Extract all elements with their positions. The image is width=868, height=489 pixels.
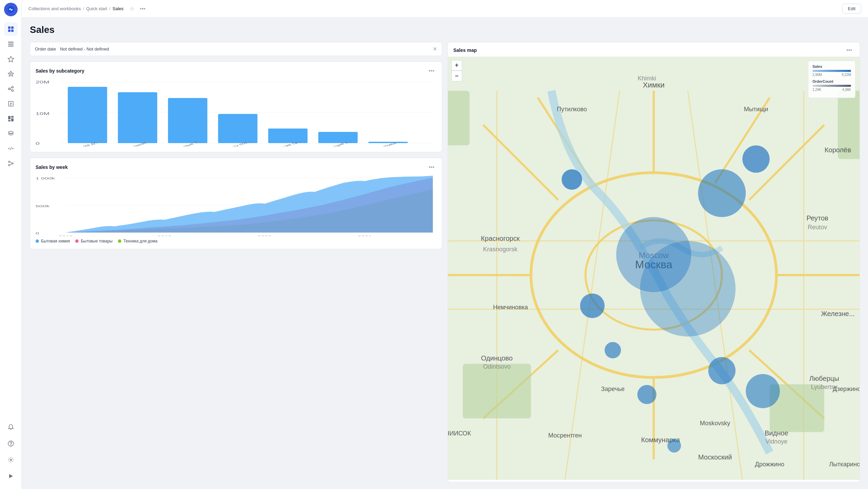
sidebar-item-workflows[interactable]: [4, 157, 18, 170]
left-column: Order date ✕ Sales by subcategory ••• 20…: [30, 42, 442, 482]
page-title: Sales: [30, 24, 860, 35]
sidebar-item-scripts[interactable]: [4, 142, 18, 155]
breadcrumb: Collections and workbooks / Quick start …: [28, 4, 147, 13]
breadcrumb-quickstart[interactable]: Quick start: [86, 6, 107, 11]
breadcrumb-collections[interactable]: Collections and workbooks: [28, 6, 81, 11]
legend-label-household: Бытовые товары: [81, 239, 112, 243]
sidebar-item-reports[interactable]: [4, 97, 18, 111]
edit-button[interactable]: Edit: [842, 4, 861, 14]
map-title: Sales map: [453, 47, 477, 53]
svg-rect-6: [8, 44, 14, 45]
svg-rect-2: [11, 26, 14, 29]
legend-order-max: 4,08K: [842, 88, 851, 92]
svg-point-124: [637, 385, 656, 404]
svg-text:Krasnogorsk: Krasnogorsk: [483, 246, 518, 253]
map-background: Химки Khimki Красногорск Krasnogorsk Мос…: [448, 57, 860, 480]
sidebar: [0, 0, 22, 489]
sidebar-item-settings[interactable]: [4, 453, 18, 467]
svg-point-122: [580, 293, 604, 318]
sidebar-item-connections[interactable]: [4, 82, 18, 96]
svg-rect-22: [8, 120, 11, 121]
zoom-in-button[interactable]: +: [452, 60, 462, 71]
sidebar-item-alerts[interactable]: [4, 67, 18, 81]
svg-point-9: [10, 73, 12, 75]
svg-line-13: [10, 87, 12, 89]
sidebar-item-list[interactable]: [4, 37, 18, 51]
legend-sales-bar: [812, 70, 851, 72]
week-chart-menu[interactable]: •••: [427, 163, 436, 171]
line-chart-container: 1 000k 500k 0: [36, 175, 436, 236]
svg-point-31: [11, 445, 11, 445]
legend-sales-min: 2,96M: [812, 73, 822, 77]
breadcrumb-actions: ☆ •••: [128, 4, 147, 13]
bar-chart-svg: 20M 10M 0 Техника дл...: [36, 79, 436, 146]
svg-rect-15: [8, 101, 13, 106]
sidebar-item-help[interactable]: [4, 437, 18, 450]
line-chart-svg: 1 000k 500k 0: [36, 175, 436, 236]
subcategory-chart-header: Sales by subcategory •••: [36, 67, 436, 75]
map-menu-button[interactable]: •••: [844, 46, 854, 54]
svg-rect-42: [118, 92, 157, 143]
svg-line-28: [10, 162, 12, 163]
svg-point-26: [12, 163, 13, 164]
filter-clear-button[interactable]: ✕: [433, 46, 437, 52]
svg-rect-46: [218, 114, 257, 143]
svg-text:0: 0: [36, 142, 40, 145]
sidebar-item-favorites[interactable]: [4, 52, 18, 66]
svg-rect-40: [68, 87, 107, 143]
zoom-out-button[interactable]: −: [452, 71, 462, 81]
legend-label-tech: Техника для дома: [123, 239, 157, 243]
svg-marker-33: [9, 474, 13, 478]
svg-text:Реутов: Реутов: [806, 214, 828, 222]
legend-item-household: Бытовые товары: [75, 239, 112, 243]
legend-sales-label: Sales: [812, 64, 851, 69]
svg-text:Odintsovo: Odintsovo: [483, 363, 511, 370]
header: Collections and workbooks / Quick start …: [22, 0, 868, 18]
filter-row: Order date ✕: [30, 42, 442, 56]
subcategory-chart-title: Sales by subcategory: [36, 68, 84, 74]
date-filter-input[interactable]: [60, 46, 429, 52]
map-header: Sales map •••: [448, 42, 860, 57]
sidebar-item-datasets[interactable]: [4, 127, 18, 140]
svg-point-25: [8, 161, 10, 162]
sidebar-item-dashboards[interactable]: [4, 112, 18, 125]
legend-label-chemistry: Бытовая химия: [41, 239, 70, 243]
legend-item-tech: Техника для дома: [118, 239, 157, 243]
subcategory-chart-card: Sales by subcategory ••• 20M 10M 0: [30, 61, 442, 152]
sidebar-item-notifications[interactable]: [4, 420, 18, 434]
svg-text:0: 0: [36, 231, 39, 235]
main-content: Collections and workbooks / Quick start …: [22, 0, 868, 489]
svg-text:Красногорск: Красногорск: [481, 235, 520, 242]
more-options-button[interactable]: •••: [139, 4, 147, 13]
svg-point-120: [742, 145, 770, 173]
svg-line-14: [10, 89, 12, 90]
subcategory-chart-menu[interactable]: •••: [427, 67, 436, 75]
svg-text:Немчиновка: Немчиновка: [493, 304, 528, 311]
sidebar-item-grid[interactable]: [4, 22, 18, 36]
svg-point-126: [746, 374, 780, 408]
svg-point-121: [562, 169, 582, 190]
svg-point-127: [667, 439, 681, 452]
dashboard-grid: Order date ✕ Sales by subcategory ••• 20…: [30, 42, 860, 482]
svg-line-29: [10, 164, 12, 165]
legend-item-chemistry: Бытовая химия: [36, 239, 70, 243]
favorite-button[interactable]: ☆: [128, 4, 136, 13]
svg-text:Люберцы: Люберцы: [809, 375, 839, 382]
svg-point-118: [616, 217, 691, 292]
legend-order-bar: [812, 85, 851, 87]
legend-sales-max: 9,22M: [842, 73, 851, 77]
svg-text:Reutov: Reutov: [808, 224, 827, 231]
logo[interactable]: [4, 3, 18, 16]
legend-sales-range: 2,96M 9,22M: [812, 73, 851, 77]
svg-rect-44: [168, 98, 207, 143]
svg-text:Дрожжино: Дрожжино: [755, 461, 784, 468]
svg-rect-86: [448, 91, 470, 145]
svg-text:10M: 10M: [36, 112, 49, 116]
svg-point-23: [8, 131, 13, 133]
svg-text:Видное: Видное: [765, 429, 788, 437]
svg-rect-21: [11, 118, 14, 121]
chart-legend: Бытовая химия Бытовые товары Техника для…: [36, 239, 436, 243]
svg-rect-20: [11, 116, 14, 118]
sidebar-play-icon[interactable]: [4, 469, 18, 483]
svg-line-24: [10, 147, 12, 150]
